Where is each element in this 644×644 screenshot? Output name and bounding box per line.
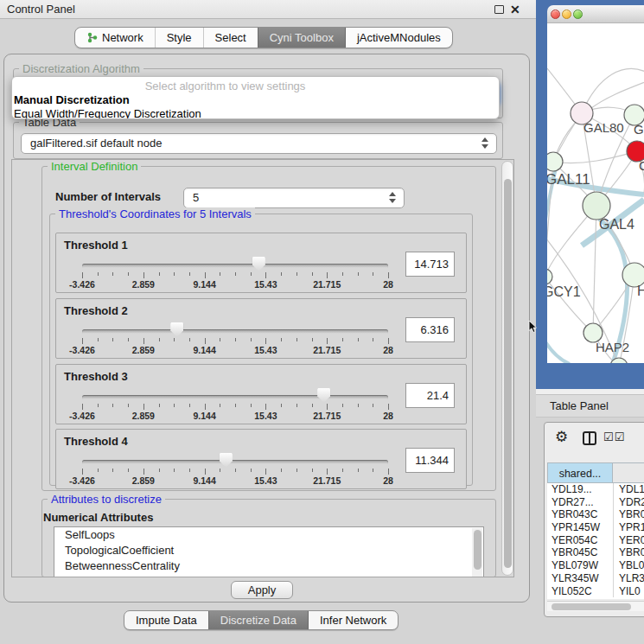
threshold-1-slider-thumb[interactable]: [252, 257, 265, 271]
network-canvas[interactable]: GAL80G.CGAL11GAL4GCY1HHAP2: [547, 23, 644, 363]
panel-divider[interactable]: [536, 389, 644, 395]
slider-tick: [205, 404, 206, 410]
threshold-2-value-field[interactable]: 6.316: [405, 317, 455, 342]
slider-tick-label: 9.144: [183, 345, 226, 355]
slider-tick: [98, 404, 99, 407]
table-row[interactable]: YBL079WYBL0: [547, 559, 644, 572]
threshold-1-value-field[interactable]: 14.713: [405, 252, 455, 277]
slider-tick: [82, 469, 83, 475]
network-window-titlebar: [547, 5, 644, 23]
settings-scrollbar-thumb[interactable]: [504, 179, 512, 568]
tab-network[interactable]: Network: [75, 28, 155, 48]
table-row[interactable]: YLR345WYLR3: [547, 572, 644, 585]
close-icon[interactable]: ✕: [510, 1, 520, 18]
table-row[interactable]: YBR045CYBR0: [547, 546, 644, 559]
slider-tick-label: 28: [367, 475, 410, 486]
cell-name: YIL0: [613, 585, 641, 598]
columns-icon[interactable]: [583, 431, 596, 445]
list-scrollbar[interactable]: [472, 528, 482, 577]
attribute-list-item[interactable]: TopologicalCoefficient: [54, 543, 483, 558]
table-data-value: galFiltered.sif default node: [30, 137, 162, 150]
close-traffic-light-icon[interactable]: [551, 10, 560, 19]
slider-tick-label: 15.43: [244, 475, 287, 486]
threshold-2-label: Threshold 2: [64, 304, 128, 317]
threshold-1-slider-track[interactable]: [82, 264, 388, 268]
slider-tick: [98, 469, 99, 472]
list-scrollbar-thumb[interactable]: [474, 530, 481, 570]
network-node[interactable]: [583, 192, 610, 220]
slider-tick: [128, 404, 129, 407]
threshold-2-slider-thumb[interactable]: [170, 322, 183, 337]
attribute-list-item[interactable]: SelfLoops: [54, 527, 483, 543]
threshold-3-value-field[interactable]: 21.4: [405, 383, 455, 408]
interval-definition-title: Interval Definition: [48, 160, 141, 173]
algorithm-dropdown-popup: Select algorithm to view settings Manual…: [11, 76, 500, 119]
table-row[interactable]: YIL052CYIL0: [547, 585, 644, 598]
slider-tick: [373, 272, 373, 276]
slider-tick: [327, 469, 328, 475]
slider-tick: [174, 338, 175, 341]
cell-name: YBL0: [613, 559, 644, 572]
tab-infer-network[interactable]: Infer Network: [308, 611, 398, 629]
tab-style[interactable]: Style: [155, 28, 203, 48]
threshold-4-slider-thumb[interactable]: [220, 453, 233, 468]
table-row[interactable]: YDL19...YDL1: [547, 483, 644, 496]
slider-tick: [251, 272, 252, 276]
slider-tick-label: 28: [367, 411, 410, 421]
table-row[interactable]: YBR043CYBR0: [547, 508, 644, 521]
threshold-3-slider-thumb[interactable]: [317, 388, 330, 403]
zoom-traffic-light-icon[interactable]: [573, 10, 583, 19]
slider-tick: [82, 404, 83, 410]
network-node[interactable]: [547, 152, 563, 171]
threshold-2-slider-track[interactable]: [82, 329, 388, 334]
number-of-intervals-combobox[interactable]: 5: [183, 188, 405, 208]
float-window-icon[interactable]: [494, 5, 504, 14]
network-node[interactable]: [547, 269, 552, 284]
slider-tick: [220, 272, 220, 276]
threshold-3-slider-track[interactable]: [82, 395, 388, 399]
dropdown-option-manual[interactable]: Manual Discretization: [12, 93, 499, 107]
dropdown-option-equal-width[interactable]: Equal Width/Frequency Discretization: [12, 107, 499, 119]
table-row[interactable]: YER054CYER0: [547, 534, 644, 547]
table-hscrollbar-thumb[interactable]: [552, 603, 631, 610]
threshold-4-value-field[interactable]: 11.344: [405, 448, 455, 473]
settings-gear-icon[interactable]: ⚙: [555, 428, 568, 446]
cell-name: YBR0: [613, 508, 644, 521]
table-row[interactable]: YDR27...YDR2: [547, 496, 644, 509]
apply-button[interactable]: Apply: [231, 581, 293, 599]
table-body: YDL19...YDL1YDR27...YDR2YBR043CYBR0YPR14…: [547, 483, 644, 599]
tab-impute-data[interactable]: Impute Data: [124, 611, 208, 629]
combo-stepper-icon: [389, 192, 397, 203]
slider-tick-label: -3.426: [61, 279, 104, 290]
slider-tick: [189, 338, 190, 341]
cell-shared-name: YDR27...: [547, 496, 613, 509]
column-header-name[interactable]: n: [613, 462, 644, 483]
algorithm-group-title: Discretization Algorithm: [19, 62, 143, 75]
tab-discretize-data[interactable]: Discretize Data: [208, 611, 308, 629]
column-header-shared[interactable]: shared...: [547, 462, 613, 483]
minimize-traffic-light-icon[interactable]: [562, 10, 571, 19]
slider-tick: [235, 469, 236, 472]
slider-tick: [235, 338, 236, 341]
threshold-4-slider-track[interactable]: [82, 460, 388, 464]
attribute-list-item[interactable]: BetweennessCentrality: [54, 558, 483, 574]
slider-tick: [296, 338, 297, 341]
table-row[interactable]: YPR145WYPR1: [547, 521, 644, 534]
table-hscrollbar[interactable]: [547, 601, 644, 611]
tab-select[interactable]: Select: [203, 28, 258, 48]
table-data-group: Table Data galFiltered.sif default node: [13, 122, 503, 159]
tab-jactivemnodules[interactable]: jActiveMNodules: [345, 28, 452, 48]
slider-tick: [342, 469, 343, 472]
bottom-tab-bar: Impute Data Discretize Data Infer Networ…: [124, 610, 399, 630]
mouse-cursor: [528, 321, 538, 334]
number-of-intervals-value: 5: [193, 191, 199, 204]
tab-cyni-toolbox[interactable]: Cyni Toolbox: [258, 28, 345, 48]
slider-tick: [388, 404, 389, 410]
network-node-label: GCY1: [547, 284, 581, 299]
slider-tick: [281, 272, 282, 276]
attributes-group-title: Attributes to discretize: [48, 493, 165, 506]
select-columns-checkbox-icons[interactable]: ☑☑: [603, 430, 625, 443]
table-data-combobox[interactable]: galFiltered.sif default node: [21, 133, 497, 154]
slider-tick: [174, 272, 175, 276]
settings-scrollbar[interactable]: [501, 161, 513, 576]
